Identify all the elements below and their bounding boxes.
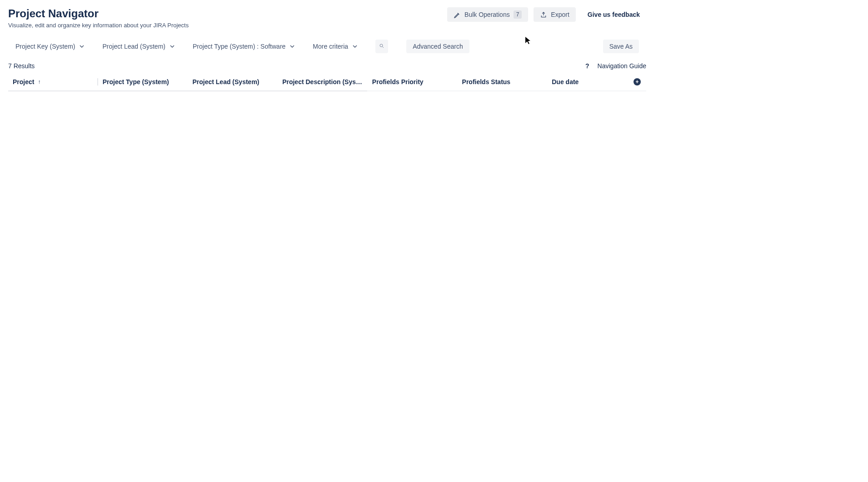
bulk-operations-label: Bulk Operations (464, 11, 510, 18)
advanced-search-button[interactable]: Advanced Search (406, 40, 469, 53)
save-as-button[interactable]: Save As (603, 40, 639, 53)
filter-project-key-label: Project Key (System) (15, 43, 75, 50)
navigation-guide-link[interactable]: Navigation Guide (598, 62, 646, 70)
advanced-search-label: Advanced Search (413, 43, 463, 50)
page-title: Project Navigator (8, 7, 189, 20)
pencil-icon (454, 10, 461, 18)
chevron-down-icon (170, 43, 175, 50)
bulk-operations-button[interactable]: Bulk Operations 7 (447, 7, 528, 22)
export-label: Export (551, 11, 569, 18)
export-button[interactable]: Export (534, 7, 575, 21)
svg-point-0 (380, 44, 383, 47)
column-project[interactable]: Project ↑ (8, 78, 98, 85)
save-as-label: Save As (609, 43, 633, 50)
feedback-link[interactable]: Give us feedback (581, 8, 646, 21)
search-button[interactable] (375, 40, 388, 53)
table-header: Project ↑ Project Type (System) Project … (8, 73, 646, 91)
help-icon[interactable]: ? (585, 62, 589, 70)
column-project-label: Project (13, 78, 34, 85)
search-icon (379, 43, 384, 50)
column-due[interactable]: Due date (547, 78, 628, 85)
export-icon (540, 10, 547, 18)
column-status[interactable]: Profields Status (458, 78, 548, 85)
filter-project-lead[interactable]: Project Lead (System) (102, 43, 175, 50)
filter-project-type-label: Project Type (System) : Software (193, 43, 285, 50)
filter-project-lead-label: Project Lead (System) (102, 43, 165, 50)
add-column-button[interactable]: + (634, 78, 641, 85)
column-priority[interactable]: Profields Priority (368, 78, 458, 85)
filter-project-key[interactable]: Project Key (System) (15, 43, 84, 50)
page-subtitle: Visualize, edit and organize key informa… (8, 22, 189, 29)
bulk-operations-count: 7 (514, 10, 522, 19)
feedback-label: Give us feedback (588, 11, 640, 18)
results-count: 7 Results (8, 62, 35, 70)
filter-more-criteria-label: More criteria (313, 43, 348, 50)
sort-asc-icon: ↑ (38, 79, 40, 85)
chevron-down-icon (80, 43, 84, 50)
chevron-down-icon (290, 43, 294, 50)
chevron-down-icon (353, 43, 357, 50)
filter-more-criteria[interactable]: More criteria (313, 43, 357, 50)
column-lead[interactable]: Project Lead (System) (188, 78, 278, 85)
column-description[interactable]: Project Description (Syste... (278, 78, 368, 85)
column-type[interactable]: Project Type (System) (98, 78, 188, 85)
filter-project-type[interactable]: Project Type (System) : Software (193, 43, 294, 50)
